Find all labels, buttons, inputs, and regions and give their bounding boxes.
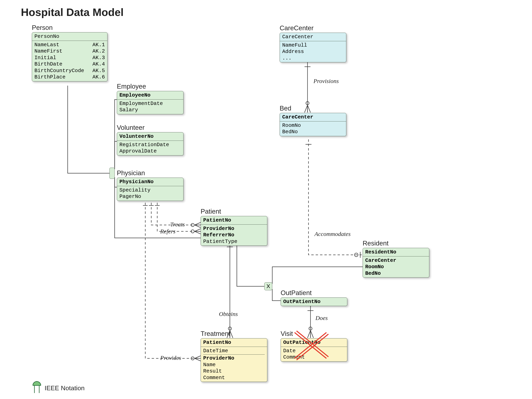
svg-point-7: [191, 223, 194, 227]
entity-volunteer-pk: VolunteerNo: [117, 132, 183, 141]
rel-does: Does: [316, 315, 328, 321]
entity-person[interactable]: Person PersonNo NameLastAK.1 NameFirstAK…: [32, 24, 108, 81]
entity-outpatient-label: OutPatient: [281, 289, 347, 297]
entity-treatment[interactable]: Treatment PatientNo DateTime ProviderNo …: [201, 330, 267, 382]
entity-employee-pk: EmployeeNo: [117, 91, 183, 100]
rel-obtains: Obtains: [219, 311, 238, 317]
svg-point-3: [355, 253, 358, 257]
diagram-canvas: Hospital Data Model: [4, 4, 532, 399]
entity-outpatient[interactable]: OutPatient OutPatientNo: [281, 289, 347, 306]
entity-employee[interactable]: Employee EmployeeNo EmploymentDate Salar…: [117, 83, 184, 114]
rel-provides: Provides: [160, 354, 181, 361]
entity-treatment-pk: PatientNo: [201, 338, 267, 347]
rel-refers: Refers: [160, 228, 176, 235]
entity-bed[interactable]: Bed CareCenter RoomNo BedNo: [280, 104, 346, 136]
notation-legend: IEEE Notation: [32, 381, 85, 395]
entity-outpatient-pk: OutPatientNo: [281, 298, 347, 306]
entity-physician-pk: PhysicianNo: [117, 178, 183, 186]
entity-patient-label: Patient: [201, 208, 267, 215]
entity-carecenter-label: CareCenter: [280, 24, 346, 32]
diagram-title: Hospital Data Model: [21, 6, 124, 18]
rel-treats: Treats: [170, 221, 185, 228]
rel-accommodates: Accommodates: [315, 231, 351, 237]
entity-resident-pk: ResidentNo: [363, 248, 429, 257]
entity-visit-label: Visit: [281, 330, 347, 337]
svg-point-14: [309, 327, 312, 330]
entity-physician[interactable]: Physician PhysicianNo Speciality PagerNo: [117, 169, 184, 201]
entity-carecenter[interactable]: CareCenter CareCenter NameFull Address .…: [280, 24, 346, 62]
entity-resident[interactable]: Resident ResidentNo CareCenter RoomNo Be…: [363, 239, 429, 277]
svg-point-10: [191, 357, 194, 360]
entity-carecenter-pk: CareCenter: [280, 33, 346, 41]
entity-bed-label: Bed: [280, 104, 346, 112]
entity-resident-label: Resident: [363, 239, 429, 247]
entity-bed-pk: CareCenter: [280, 113, 346, 122]
svg-point-8: [191, 230, 194, 233]
entity-physician-label: Physician: [117, 169, 184, 177]
entity-treatment-label: Treatment: [201, 330, 267, 337]
entity-volunteer[interactable]: Volunteer VolunteerNo RegistrationDate A…: [117, 124, 184, 155]
entity-visit-pk: OutPatientNo: [281, 338, 347, 347]
entity-person-label: Person: [32, 24, 108, 32]
notation-text: IEEE Notation: [44, 385, 85, 392]
entity-employee-label: Employee: [117, 83, 184, 90]
entity-person-pk: PersonNo: [32, 32, 107, 41]
svg-point-1: [306, 102, 309, 105]
entity-patient[interactable]: Patient PatientNo ProviderNo ReferrerNo …: [201, 208, 267, 246]
rel-provisions: Provisions: [313, 78, 339, 84]
entity-patient-pk: PatientNo: [201, 216, 267, 225]
entity-visit[interactable]: Visit OutPatientNo Date Comment: [281, 330, 347, 361]
entity-volunteer-label: Volunteer: [117, 124, 184, 131]
subtype-junction: [109, 168, 115, 179]
exclusive-junction: X: [264, 282, 272, 290]
svg-point-12: [228, 327, 231, 330]
ieee-notation-icon: [32, 381, 42, 395]
